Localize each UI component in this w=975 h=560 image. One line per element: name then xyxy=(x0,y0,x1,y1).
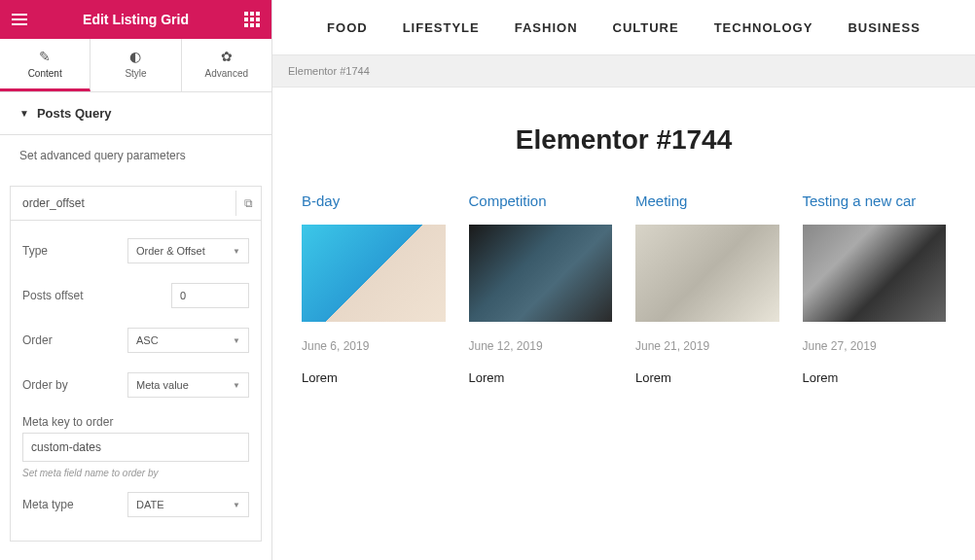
post-date: June 12, 2019 xyxy=(469,339,613,353)
metakey-label: Meta key to order xyxy=(22,407,249,429)
sidebar-header: Edit Listing Grid xyxy=(0,0,271,39)
type-select[interactable]: Order & Offset▼ xyxy=(127,238,249,263)
menu-icon[interactable] xyxy=(12,14,27,25)
post-excerpt: Lorem xyxy=(469,370,613,385)
post-image[interactable] xyxy=(302,225,446,322)
post-title[interactable]: Competition xyxy=(469,192,613,209)
post-image[interactable] xyxy=(635,225,779,322)
post-date: June 21, 2019 xyxy=(635,339,779,353)
query-panel: order_offset ⧉ Type Order & Offset▼ Post… xyxy=(10,186,262,542)
chevron-down-icon: ▼ xyxy=(233,336,240,345)
nav-lifestyle[interactable]: LIFESTYLE xyxy=(403,20,480,35)
post-title[interactable]: Meeting xyxy=(635,192,779,209)
orderby-select[interactable]: Meta value▼ xyxy=(127,372,249,398)
editor-tabs: ✎Content ◐Style ✿Advanced xyxy=(0,39,271,92)
order-label: Order xyxy=(22,333,127,347)
nav-culture[interactable]: CULTURE xyxy=(613,20,679,35)
offset-label: Posts offset xyxy=(22,289,171,302)
list-item: Competition June 12, 2019 Lorem xyxy=(469,192,613,385)
post-title[interactable]: B-day xyxy=(302,192,446,209)
post-date: June 6, 2019 xyxy=(302,339,446,353)
listing-grid: B-day June 6, 2019 Lorem Competition Jun… xyxy=(272,192,975,385)
gear-icon: ✿ xyxy=(182,49,271,64)
list-item: B-day June 6, 2019 Lorem xyxy=(302,192,446,385)
site-nav: FOOD LIFESTYLE FASHION CULTURE TECHNOLOG… xyxy=(272,0,975,54)
tab-style[interactable]: ◐Style xyxy=(90,39,181,91)
caret-down-icon: ▼ xyxy=(19,108,29,119)
nav-food[interactable]: FOOD xyxy=(327,20,368,35)
type-label: Type xyxy=(22,244,127,258)
nav-technology[interactable]: TECHNOLOGY xyxy=(714,20,813,35)
metakey-input[interactable] xyxy=(22,433,249,462)
nav-business[interactable]: BUSINESS xyxy=(848,20,920,35)
post-excerpt: Lorem xyxy=(302,370,446,385)
metakey-hint: Set meta field name to order by xyxy=(22,462,249,482)
query-name: order_offset xyxy=(22,196,85,210)
metatype-label: Meta type xyxy=(22,498,127,511)
orderby-label: Order by xyxy=(22,378,127,392)
apps-icon[interactable] xyxy=(244,12,260,27)
chevron-down-icon: ▼ xyxy=(233,381,240,390)
nav-fashion[interactable]: FASHION xyxy=(515,20,578,35)
chevron-down-icon: ▼ xyxy=(233,247,240,256)
metatype-select[interactable]: DATE▼ xyxy=(127,492,249,517)
pencil-icon: ✎ xyxy=(0,49,90,64)
editor-sidebar: Edit Listing Grid ✎Content ◐Style ✿Advan… xyxy=(0,0,272,560)
order-select[interactable]: ASC▼ xyxy=(127,328,249,353)
preview-pane: FOOD LIFESTYLE FASHION CULTURE TECHNOLOG… xyxy=(272,0,975,560)
post-image[interactable] xyxy=(803,225,947,322)
duplicate-icon[interactable]: ⧉ xyxy=(235,191,261,216)
list-item: Testing a new car June 27, 2019 Lorem xyxy=(803,192,947,385)
post-excerpt: Lorem xyxy=(635,370,779,385)
panel-header: order_offset ⧉ xyxy=(11,187,261,221)
page-title: Elementor #1744 xyxy=(272,88,975,192)
section-description: Set advanced query parameters xyxy=(0,135,271,176)
post-title[interactable]: Testing a new car xyxy=(803,192,947,209)
post-image[interactable] xyxy=(469,225,613,322)
section-toggle[interactable]: ▼ Posts Query xyxy=(0,92,271,135)
tab-advanced[interactable]: ✿Advanced xyxy=(182,39,271,91)
widget-title: Edit Listing Grid xyxy=(27,12,244,27)
contrast-icon: ◐ xyxy=(90,49,180,64)
list-item: Meeting June 21, 2019 Lorem xyxy=(635,192,779,385)
breadcrumb: Elementor #1744 xyxy=(272,54,975,88)
tab-content[interactable]: ✎Content xyxy=(0,39,90,91)
post-excerpt: Lorem xyxy=(803,370,947,385)
chevron-down-icon: ▼ xyxy=(233,501,240,509)
post-date: June 27, 2019 xyxy=(803,339,947,353)
offset-input[interactable] xyxy=(171,283,249,308)
